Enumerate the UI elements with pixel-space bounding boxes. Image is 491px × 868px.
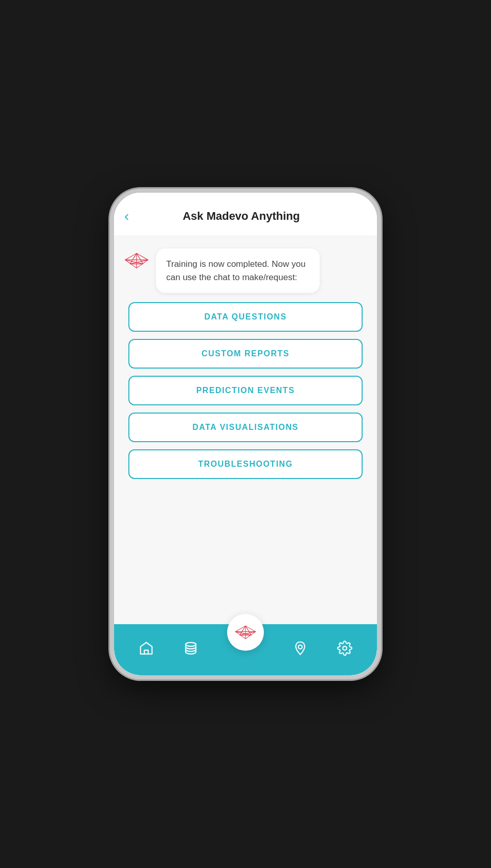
bottom-nav bbox=[114, 624, 377, 675]
data-questions-button[interactable]: DATA QUESTIONS bbox=[128, 302, 363, 332]
svg-point-17 bbox=[299, 645, 303, 649]
custom-reports-button[interactable]: CUSTOM REPORTS bbox=[128, 339, 363, 369]
message-text: Training is now completed. Now you can u… bbox=[166, 258, 309, 284]
svg-point-18 bbox=[343, 646, 347, 650]
bot-avatar bbox=[124, 248, 149, 273]
phone-frame: ‹ Ask Madevo Anything bbox=[110, 189, 381, 679]
data-visualisations-button[interactable]: DATA VISUALISATIONS bbox=[128, 413, 363, 442]
action-buttons: DATA QUESTIONS CUSTOM REPORTS PREDICTION… bbox=[124, 302, 367, 479]
prediction-events-button[interactable]: PREDICTION EVENTS bbox=[128, 376, 363, 405]
page-title: Ask Madevo Anything bbox=[135, 210, 363, 223]
nav-database-button[interactable] bbox=[183, 641, 198, 656]
nav-location-button[interactable] bbox=[293, 641, 308, 656]
message-row: Training is now completed. Now you can u… bbox=[124, 248, 367, 293]
svg-point-8 bbox=[186, 643, 196, 647]
nav-center-button[interactable] bbox=[227, 614, 264, 651]
back-button[interactable]: ‹ bbox=[124, 207, 135, 225]
header: ‹ Ask Madevo Anything bbox=[114, 193, 377, 236]
phone-screen: ‹ Ask Madevo Anything bbox=[114, 193, 377, 675]
chat-area: Training is now completed. Now you can u… bbox=[114, 236, 377, 624]
message-bubble: Training is now completed. Now you can u… bbox=[156, 248, 320, 293]
nav-home-button[interactable] bbox=[139, 641, 154, 656]
nav-settings-button[interactable] bbox=[337, 641, 352, 656]
troubleshooting-button[interactable]: TROUBLESHOOTING bbox=[128, 449, 363, 479]
